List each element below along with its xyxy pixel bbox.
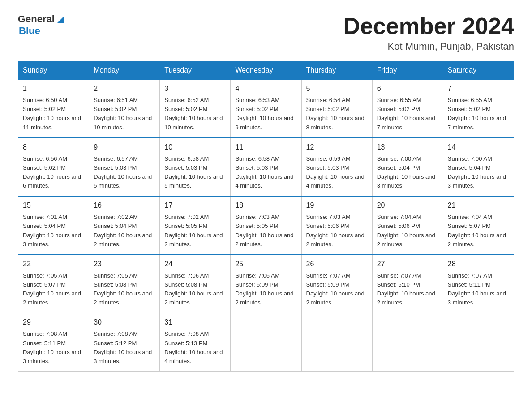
day-sun-info: Sunrise: 7:05 AMSunset: 5:08 PMDaylight:… bbox=[94, 271, 155, 308]
day-sun-info: Sunrise: 7:07 AMSunset: 5:10 PMDaylight:… bbox=[377, 271, 438, 308]
title-block: December 2024 Kot Mumin, Punjab, Pakista… bbox=[343, 13, 514, 52]
location-subtitle: Kot Mumin, Punjab, Pakistan bbox=[343, 41, 514, 52]
day-sun-info: Sunrise: 6:59 AMSunset: 5:03 PMDaylight:… bbox=[306, 154, 368, 191]
day-number: 8 bbox=[23, 142, 84, 153]
day-sun-info: Sunrise: 6:53 AMSunset: 5:02 PMDaylight:… bbox=[235, 96, 296, 132]
calendar-cell bbox=[443, 313, 514, 371]
day-sun-info: Sunrise: 7:02 AMSunset: 5:04 PMDaylight:… bbox=[94, 213, 155, 249]
weekday-header-monday: Monday bbox=[89, 62, 160, 80]
day-number: 22 bbox=[23, 259, 84, 270]
calendar-cell: 20Sunrise: 7:04 AMSunset: 5:06 PMDayligh… bbox=[372, 196, 443, 255]
calendar-cell: 27Sunrise: 7:07 AMSunset: 5:10 PMDayligh… bbox=[372, 255, 443, 313]
day-number: 13 bbox=[377, 142, 438, 153]
day-number: 1 bbox=[23, 83, 84, 94]
weekday-header-thursday: Thursday bbox=[301, 62, 372, 80]
calendar-cell bbox=[301, 313, 372, 371]
day-sun-info: Sunrise: 7:07 AMSunset: 5:11 PMDaylight:… bbox=[448, 271, 509, 308]
logo: General Blue bbox=[18, 13, 65, 37]
day-number: 19 bbox=[306, 200, 368, 211]
day-sun-info: Sunrise: 6:52 AMSunset: 5:02 PMDaylight:… bbox=[164, 96, 226, 132]
day-sun-info: Sunrise: 7:04 AMSunset: 5:06 PMDaylight:… bbox=[377, 213, 438, 249]
calendar-cell: 24Sunrise: 7:06 AMSunset: 5:08 PMDayligh… bbox=[160, 255, 231, 313]
day-sun-info: Sunrise: 7:06 AMSunset: 5:09 PMDaylight:… bbox=[235, 271, 296, 308]
calendar-cell: 19Sunrise: 7:03 AMSunset: 5:06 PMDayligh… bbox=[301, 196, 372, 255]
calendar-cell: 15Sunrise: 7:01 AMSunset: 5:04 PMDayligh… bbox=[18, 196, 89, 255]
day-number: 15 bbox=[23, 200, 84, 211]
day-sun-info: Sunrise: 7:07 AMSunset: 5:09 PMDaylight:… bbox=[306, 271, 368, 308]
day-number: 12 bbox=[306, 142, 368, 153]
weekday-header-row: SundayMondayTuesdayWednesdayThursdayFrid… bbox=[18, 62, 514, 80]
calendar-week-row: 22Sunrise: 7:05 AMSunset: 5:07 PMDayligh… bbox=[18, 255, 514, 313]
weekday-header-saturday: Saturday bbox=[443, 62, 514, 80]
calendar-cell: 18Sunrise: 7:03 AMSunset: 5:05 PMDayligh… bbox=[231, 196, 301, 255]
day-sun-info: Sunrise: 6:55 AMSunset: 5:02 PMDaylight:… bbox=[448, 96, 509, 132]
calendar-cell: 3Sunrise: 6:52 AMSunset: 5:02 PMDaylight… bbox=[160, 79, 231, 138]
day-sun-info: Sunrise: 6:58 AMSunset: 5:03 PMDaylight:… bbox=[164, 154, 226, 191]
day-number: 10 bbox=[164, 142, 226, 153]
calendar-cell: 5Sunrise: 6:54 AMSunset: 5:02 PMDaylight… bbox=[301, 79, 372, 138]
day-sun-info: Sunrise: 7:03 AMSunset: 5:06 PMDaylight:… bbox=[306, 213, 368, 249]
calendar-cell: 30Sunrise: 7:08 AMSunset: 5:12 PMDayligh… bbox=[89, 313, 160, 371]
day-number: 26 bbox=[306, 259, 368, 270]
calendar-cell: 25Sunrise: 7:06 AMSunset: 5:09 PMDayligh… bbox=[231, 255, 301, 313]
weekday-header-tuesday: Tuesday bbox=[160, 62, 231, 80]
calendar-table: SundayMondayTuesdayWednesdayThursdayFrid… bbox=[18, 61, 514, 372]
day-number: 3 bbox=[164, 83, 226, 94]
calendar-cell: 23Sunrise: 7:05 AMSunset: 5:08 PMDayligh… bbox=[89, 255, 160, 313]
calendar-cell: 14Sunrise: 7:00 AMSunset: 5:04 PMDayligh… bbox=[443, 138, 514, 197]
calendar-cell: 22Sunrise: 7:05 AMSunset: 5:07 PMDayligh… bbox=[18, 255, 89, 313]
day-number: 17 bbox=[164, 200, 226, 211]
day-sun-info: Sunrise: 7:04 AMSunset: 5:07 PMDaylight:… bbox=[448, 213, 509, 249]
calendar-week-row: 8Sunrise: 6:56 AMSunset: 5:02 PMDaylight… bbox=[18, 138, 514, 197]
calendar-cell: 31Sunrise: 7:08 AMSunset: 5:13 PMDayligh… bbox=[160, 313, 231, 371]
calendar-cell: 11Sunrise: 6:58 AMSunset: 5:03 PMDayligh… bbox=[231, 138, 301, 197]
calendar-cell: 28Sunrise: 7:07 AMSunset: 5:11 PMDayligh… bbox=[443, 255, 514, 313]
day-number: 9 bbox=[94, 142, 155, 153]
svg-marker-0 bbox=[57, 17, 64, 23]
day-sun-info: Sunrise: 7:05 AMSunset: 5:07 PMDaylight:… bbox=[23, 271, 84, 308]
calendar-cell: 2Sunrise: 6:51 AMSunset: 5:02 PMDaylight… bbox=[89, 79, 160, 138]
calendar-week-row: 1Sunrise: 6:50 AMSunset: 5:02 PMDaylight… bbox=[18, 79, 514, 138]
day-number: 7 bbox=[448, 83, 509, 94]
calendar-cell bbox=[231, 313, 301, 371]
calendar-week-row: 29Sunrise: 7:08 AMSunset: 5:11 PMDayligh… bbox=[18, 313, 514, 371]
page-header: General Blue December 2024 Kot Mumin, Pu… bbox=[18, 13, 514, 52]
day-number: 29 bbox=[23, 317, 84, 328]
day-number: 30 bbox=[94, 317, 155, 328]
day-number: 11 bbox=[235, 142, 296, 153]
day-number: 2 bbox=[94, 83, 155, 94]
day-number: 21 bbox=[448, 200, 509, 211]
day-sun-info: Sunrise: 7:06 AMSunset: 5:08 PMDaylight:… bbox=[164, 271, 226, 308]
calendar-cell: 8Sunrise: 6:56 AMSunset: 5:02 PMDaylight… bbox=[18, 138, 89, 197]
calendar-cell: 21Sunrise: 7:04 AMSunset: 5:07 PMDayligh… bbox=[443, 196, 514, 255]
day-number: 16 bbox=[94, 200, 155, 211]
day-number: 20 bbox=[377, 200, 438, 211]
calendar-cell: 4Sunrise: 6:53 AMSunset: 5:02 PMDaylight… bbox=[231, 79, 301, 138]
day-sun-info: Sunrise: 6:55 AMSunset: 5:02 PMDaylight:… bbox=[377, 96, 438, 132]
day-sun-info: Sunrise: 6:51 AMSunset: 5:02 PMDaylight:… bbox=[94, 96, 155, 132]
day-number: 24 bbox=[164, 259, 226, 270]
day-sun-info: Sunrise: 7:00 AMSunset: 5:04 PMDaylight:… bbox=[377, 154, 438, 191]
day-number: 31 bbox=[164, 317, 226, 328]
calendar-cell: 12Sunrise: 6:59 AMSunset: 5:03 PMDayligh… bbox=[301, 138, 372, 197]
calendar-cell: 17Sunrise: 7:02 AMSunset: 5:05 PMDayligh… bbox=[160, 196, 231, 255]
logo-general-text: General bbox=[18, 13, 55, 25]
day-number: 27 bbox=[377, 259, 438, 270]
calendar-week-row: 15Sunrise: 7:01 AMSunset: 5:04 PMDayligh… bbox=[18, 196, 514, 255]
calendar-cell: 9Sunrise: 6:57 AMSunset: 5:03 PMDaylight… bbox=[89, 138, 160, 197]
day-sun-info: Sunrise: 7:00 AMSunset: 5:04 PMDaylight:… bbox=[448, 154, 509, 191]
day-number: 6 bbox=[377, 83, 438, 94]
day-sun-info: Sunrise: 6:57 AMSunset: 5:03 PMDaylight:… bbox=[94, 154, 155, 191]
calendar-cell: 16Sunrise: 7:02 AMSunset: 5:04 PMDayligh… bbox=[89, 196, 160, 255]
day-number: 4 bbox=[235, 83, 296, 94]
calendar-cell: 1Sunrise: 6:50 AMSunset: 5:02 PMDaylight… bbox=[18, 79, 89, 138]
day-sun-info: Sunrise: 7:01 AMSunset: 5:04 PMDaylight:… bbox=[23, 213, 84, 249]
weekday-header-sunday: Sunday bbox=[18, 62, 89, 80]
calendar-cell: 29Sunrise: 7:08 AMSunset: 5:11 PMDayligh… bbox=[18, 313, 89, 371]
day-number: 14 bbox=[448, 142, 509, 153]
weekday-header-wednesday: Wednesday bbox=[231, 62, 301, 80]
day-sun-info: Sunrise: 7:08 AMSunset: 5:11 PMDaylight:… bbox=[23, 330, 84, 366]
calendar-cell: 6Sunrise: 6:55 AMSunset: 5:02 PMDaylight… bbox=[372, 79, 443, 138]
day-number: 18 bbox=[235, 200, 296, 211]
day-number: 5 bbox=[306, 83, 368, 94]
